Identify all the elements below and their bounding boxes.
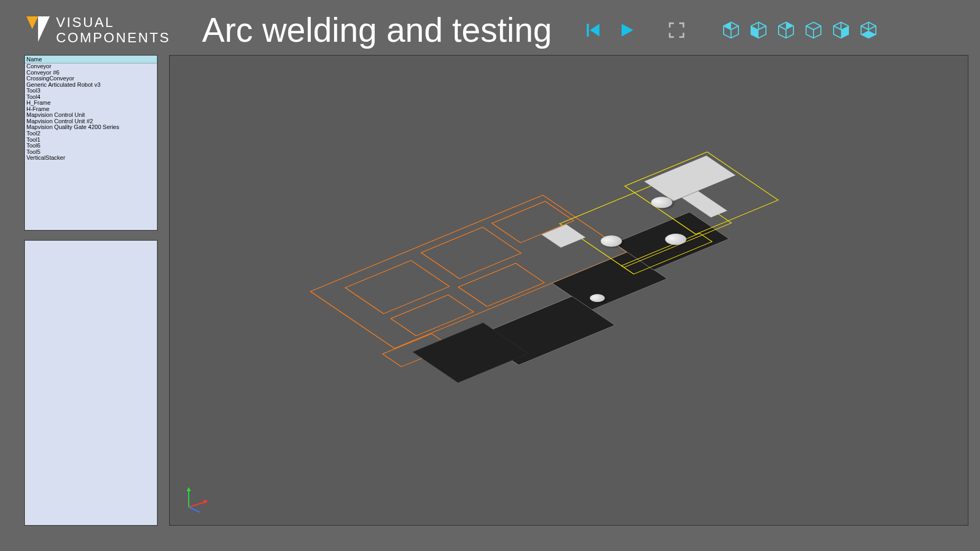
svg-marker-3	[590, 24, 599, 36]
view-cube-5[interactable]	[832, 21, 850, 39]
svg-rect-2	[587, 24, 589, 36]
component-list-item[interactable]: Tool3	[25, 88, 157, 94]
svg-marker-4	[622, 24, 633, 36]
component-list-panel[interactable]: Name ConveyorConveyor #6CrossingConveyor…	[24, 55, 158, 231]
brand-mark-icon	[26, 16, 50, 44]
view-cube-1[interactable]	[722, 21, 740, 39]
svg-marker-0	[26, 16, 38, 29]
brand-text: VISUAL COMPONENTS	[56, 15, 170, 45]
svg-line-35	[189, 507, 200, 512]
component-list-item[interactable]: Conveyor	[25, 63, 157, 70]
svg-marker-32	[187, 487, 191, 491]
component-list-item[interactable]: Tool2	[25, 131, 157, 137]
svg-marker-27	[861, 31, 876, 38]
play-button[interactable]	[617, 21, 636, 40]
svg-line-9	[731, 26, 738, 30]
svg-marker-1	[38, 16, 50, 42]
view-cube-2[interactable]	[750, 21, 768, 39]
3d-viewport[interactable]	[169, 55, 968, 526]
svg-line-12	[759, 26, 766, 30]
svg-line-20	[806, 26, 813, 30]
svg-line-33	[189, 502, 206, 507]
view-cube-3[interactable]	[777, 21, 795, 39]
brand-logo: VISUAL COMPONENTS	[26, 15, 170, 45]
svg-line-29	[861, 26, 868, 30]
scene-3d	[170, 56, 968, 525]
svg-line-17	[779, 26, 786, 30]
brand-line2: COMPONENTS	[56, 30, 170, 45]
component-list-header: Name	[25, 56, 157, 63]
brand-line1: VISUAL	[56, 15, 170, 30]
component-list-item[interactable]: Tool1	[25, 137, 157, 143]
svg-marker-34	[204, 500, 208, 504]
view-cube-4[interactable]	[805, 21, 822, 39]
component-list-item[interactable]: CrossingConveyor	[25, 76, 157, 82]
svg-marker-15	[786, 22, 793, 30]
axis-gizmo-icon	[182, 486, 209, 512]
component-list-item[interactable]: Generic Articulated Robot v3	[25, 82, 157, 88]
svg-line-21	[813, 26, 821, 30]
svg-line-30	[868, 26, 876, 30]
fullscreen-button[interactable]	[667, 21, 686, 40]
restart-button[interactable]	[584, 21, 603, 40]
component-list-item[interactable]: Mapvision Quality Gate 4200 Series	[25, 124, 157, 131]
view-cube-group	[722, 21, 877, 39]
properties-panel[interactable]	[24, 240, 158, 526]
component-list-item[interactable]: Tool6	[25, 143, 157, 149]
svg-line-24	[834, 26, 841, 30]
component-list-item[interactable]: VerticalStacker	[25, 155, 157, 161]
view-cube-6[interactable]	[859, 21, 877, 39]
page-title: Arc welding and testing	[202, 11, 552, 50]
